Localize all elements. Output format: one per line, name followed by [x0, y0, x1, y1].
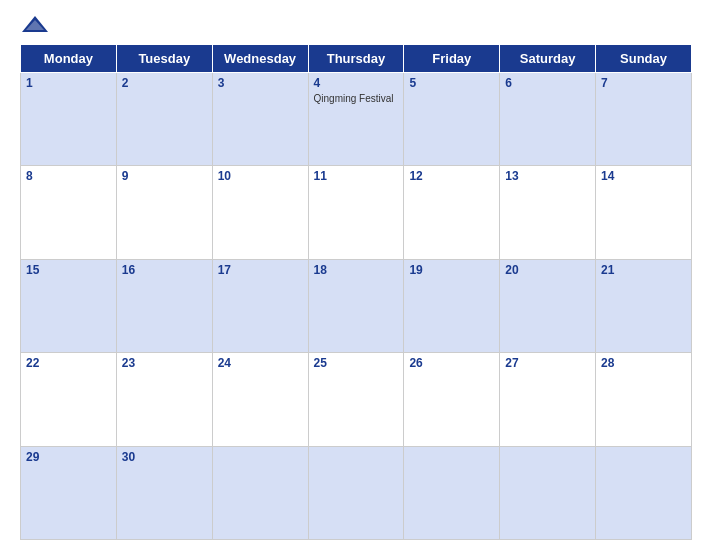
logo	[20, 14, 54, 34]
day-number: 3	[218, 76, 303, 90]
calendar-cell: 4Qingming Festival	[308, 73, 404, 166]
calendar-week-row: 15161718192021	[21, 259, 692, 352]
calendar-cell: 7	[596, 73, 692, 166]
calendar-cell: 9	[116, 166, 212, 259]
calendar-cell: 6	[500, 73, 596, 166]
day-number: 2	[122, 76, 207, 90]
calendar-cell: 8	[21, 166, 117, 259]
calendar-cell: 24	[212, 353, 308, 446]
day-number: 11	[314, 169, 399, 183]
weekday-saturday: Saturday	[500, 45, 596, 73]
calendar-week-row: 2930	[21, 446, 692, 539]
day-number: 5	[409, 76, 494, 90]
day-number: 16	[122, 263, 207, 277]
calendar-cell	[212, 446, 308, 539]
calendar-cell	[404, 446, 500, 539]
calendar-cell	[596, 446, 692, 539]
weekday-monday: Monday	[21, 45, 117, 73]
weekday-sunday: Sunday	[596, 45, 692, 73]
weekday-wednesday: Wednesday	[212, 45, 308, 73]
calendar-week-row: 22232425262728	[21, 353, 692, 446]
calendar-cell: 1	[21, 73, 117, 166]
day-number: 10	[218, 169, 303, 183]
calendar-cell: 3	[212, 73, 308, 166]
day-number: 26	[409, 356, 494, 370]
day-number: 28	[601, 356, 686, 370]
day-number: 25	[314, 356, 399, 370]
calendar-cell: 29	[21, 446, 117, 539]
day-number: 23	[122, 356, 207, 370]
calendar-cell: 20	[500, 259, 596, 352]
day-number: 14	[601, 169, 686, 183]
weekday-friday: Friday	[404, 45, 500, 73]
day-number: 18	[314, 263, 399, 277]
page-header	[20, 10, 692, 38]
calendar-cell: 28	[596, 353, 692, 446]
day-number: 22	[26, 356, 111, 370]
calendar-cell: 21	[596, 259, 692, 352]
calendar-cell: 5	[404, 73, 500, 166]
calendar-cell: 18	[308, 259, 404, 352]
weekday-row: Monday Tuesday Wednesday Thursday Friday…	[21, 45, 692, 73]
day-number: 19	[409, 263, 494, 277]
calendar-body: 1234Qingming Festival5678910111213141516…	[21, 73, 692, 540]
day-number: 7	[601, 76, 686, 90]
day-number: 27	[505, 356, 590, 370]
day-number: 29	[26, 450, 111, 464]
calendar-cell	[500, 446, 596, 539]
calendar-week-row: 891011121314	[21, 166, 692, 259]
calendar-cell	[308, 446, 404, 539]
weekday-tuesday: Tuesday	[116, 45, 212, 73]
day-number: 8	[26, 169, 111, 183]
calendar-cell: 15	[21, 259, 117, 352]
weekday-thursday: Thursday	[308, 45, 404, 73]
calendar-header: Monday Tuesday Wednesday Thursday Friday…	[21, 45, 692, 73]
calendar-cell: 2	[116, 73, 212, 166]
calendar-cell: 27	[500, 353, 596, 446]
day-number: 9	[122, 169, 207, 183]
day-number: 6	[505, 76, 590, 90]
calendar-cell: 26	[404, 353, 500, 446]
logo-icon	[20, 14, 50, 34]
day-number: 24	[218, 356, 303, 370]
day-number: 4	[314, 76, 399, 90]
day-number: 20	[505, 263, 590, 277]
calendar-cell: 19	[404, 259, 500, 352]
calendar-cell: 16	[116, 259, 212, 352]
day-number: 13	[505, 169, 590, 183]
day-number: 17	[218, 263, 303, 277]
calendar-table: Monday Tuesday Wednesday Thursday Friday…	[20, 44, 692, 540]
calendar-cell: 23	[116, 353, 212, 446]
calendar-cell: 22	[21, 353, 117, 446]
event-label: Qingming Festival	[314, 92, 399, 105]
calendar-cell: 17	[212, 259, 308, 352]
calendar-cell: 25	[308, 353, 404, 446]
calendar-cell: 10	[212, 166, 308, 259]
calendar-cell: 14	[596, 166, 692, 259]
calendar-cell: 12	[404, 166, 500, 259]
calendar-cell: 13	[500, 166, 596, 259]
day-number: 21	[601, 263, 686, 277]
day-number: 15	[26, 263, 111, 277]
calendar-week-row: 1234Qingming Festival567	[21, 73, 692, 166]
day-number: 30	[122, 450, 207, 464]
day-number: 1	[26, 76, 111, 90]
calendar-cell: 11	[308, 166, 404, 259]
calendar-cell: 30	[116, 446, 212, 539]
day-number: 12	[409, 169, 494, 183]
